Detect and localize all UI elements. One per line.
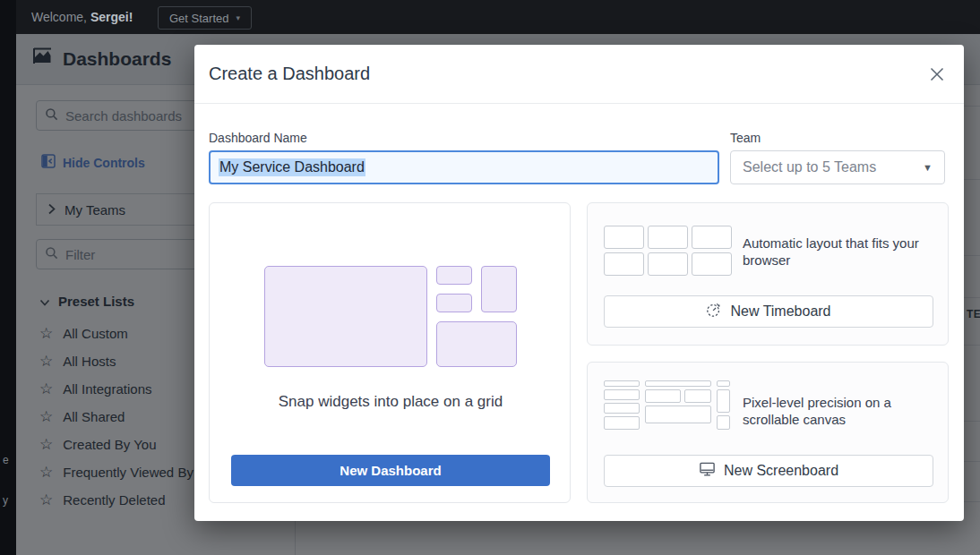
selected-text: My Service Dashboard [219,158,365,176]
chevron-down-icon: ▼ [923,162,933,173]
timeboard-caption: Automatic layout that fits your browser [743,235,936,269]
new-timeboard-button[interactable]: New Timeboard [604,295,933,328]
grid-card-caption: Snap widgets into place on a grid [210,393,572,411]
create-dashboard-modal: Create a Dashboard Dashboard Name Team M… [194,45,964,521]
stopwatch-icon [706,302,722,321]
timeboard-layout-illustration [604,226,732,276]
nav-label-fragment: e [3,454,9,466]
new-screenboard-label: New Screenboard [724,463,838,479]
get-started-button[interactable]: Get Started ▾ [158,6,252,30]
modal-title: Create a Dashboard [209,64,370,84]
monitor-icon [699,461,716,481]
dashboard-name-label: Dashboard Name [209,131,307,145]
team-select-placeholder: Select up to 5 Teams [743,159,876,175]
new-screenboard-button[interactable]: New Screenboard [604,455,933,487]
nav-label-fragment: y [3,494,8,507]
dashboard-name-input[interactable]: My Service Dashboard [209,150,719,184]
welcome-message: Welcome, Sergei! [31,0,133,34]
top-bar: Welcome, Sergei! Get Started ▾ [0,0,980,34]
grid-dashboard-card: Snap widgets into place on a grid New Da… [209,202,571,503]
timeboard-card: Automatic layout that fits your browser … [587,202,949,346]
team-select[interactable]: Select up to 5 Teams ▼ [730,150,945,184]
close-icon[interactable] [928,65,946,83]
modal-header: Create a Dashboard [194,45,964,104]
get-started-label: Get Started [169,12,228,25]
new-timeboard-label: New Timeboard [730,303,830,320]
screenboard-caption: Pixel-level precision on a scrollable ca… [743,394,936,428]
screenboard-layout-illustration [604,380,730,430]
team-label: Team [730,131,761,145]
side-nav-strip[interactable]: e y [0,0,16,555]
chevron-down-icon: ▾ [236,13,240,22]
new-dashboard-button[interactable]: New Dashboard [231,455,550,486]
screenboard-card: Pixel-level precision on a scrollable ca… [587,362,949,503]
user-name: Sergei! [90,10,133,24]
grid-layout-illustration [264,266,517,367]
